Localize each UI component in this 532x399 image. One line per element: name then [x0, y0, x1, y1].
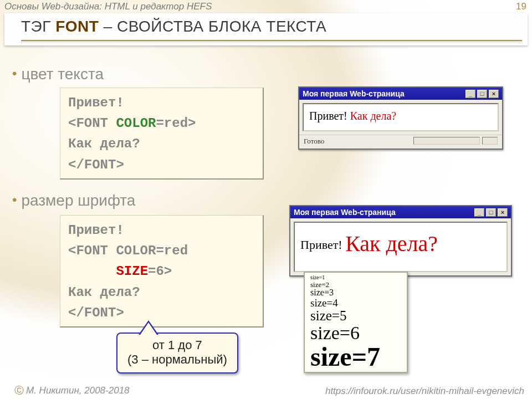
mini1-titlebar: Моя первая Web-страница _ □ × — [299, 88, 502, 100]
mini1-text-black: Привет! — [309, 110, 350, 122]
callout-note: от 1 до 7 (3 – нормальный) — [116, 332, 238, 374]
minimize-icon[interactable]: _ — [466, 90, 475, 98]
copyright-icon: Ⓒ — [14, 385, 26, 396]
slide: Основы Web-дизайна: HTML и редактор HEFS… — [0, 0, 532, 399]
content-area: •цвет текста Привет! <FONT COLOR=red> Ка… — [0, 55, 532, 382]
title-tag: FONT — [55, 18, 99, 35]
mini2-titlebar: Моя первая Web-страница _ □ × — [290, 206, 511, 218]
footer-author-text: М. Никитин, 2008-2018 — [26, 385, 130, 396]
maximize-icon[interactable]: □ — [477, 90, 487, 98]
mini2-body: Привет! Как дела? — [294, 222, 508, 272]
size-2: size=2 — [310, 281, 401, 289]
code1-l2c: =red> — [156, 116, 196, 131]
size-6: size=6 — [310, 323, 401, 343]
mini1-statusbar: Готово — [299, 135, 502, 149]
code-block-color: Привет! <FONT COLOR=red> Как дела? </FON… — [60, 88, 264, 180]
bullet-dot-icon: • — [12, 192, 21, 207]
bullet-dot-icon: • — [12, 66, 21, 81]
callout-line1: от 1 до 7 — [127, 338, 227, 352]
callout-line2: (3 – нормальный) — [127, 352, 227, 367]
mini1-title: Моя первая Web-страница — [303, 89, 405, 98]
mini2-controls: _ □ × — [474, 208, 508, 217]
code2-l1: Привет! — [68, 223, 124, 238]
title-underline — [21, 40, 522, 41]
mini1-status-text: Готово — [304, 137, 324, 146]
size-3: size=3 — [310, 288, 401, 298]
size-1: size=1 — [310, 275, 401, 281]
code2-l3c: =6> — [148, 264, 172, 279]
mini2-text-red: Как дела? — [345, 231, 438, 256]
breadcrumb: Основы Web-дизайна: HTML и редактор HEFS — [4, 1, 212, 12]
close-icon[interactable]: × — [489, 90, 499, 98]
title-pre: ТЭГ — [21, 18, 55, 35]
code1-l2b: COLOR — [116, 116, 156, 131]
status-fill-icon — [413, 137, 480, 145]
status-fill-icon — [482, 137, 498, 145]
code-block-size: Привет! <FONT COLOR=red SIZE=6> Как дела… — [60, 215, 264, 328]
footer-url: https://infourok.ru/user/nikitin-mihail-… — [325, 386, 524, 397]
footer-author: ⒸМ. Никитин, 2008-2018 — [14, 384, 130, 397]
code2-l3b: SIZE — [116, 264, 148, 279]
code2-l5: </FONT> — [68, 305, 124, 320]
code1-l2a: <FONT — [68, 116, 116, 131]
mini1-body: Привет! Как дела? — [303, 103, 499, 131]
code2-l3a — [68, 264, 116, 279]
title-underline-shadow — [21, 42, 522, 42]
mini1-text-red: Как дела? — [350, 110, 396, 122]
size-5: size=5 — [310, 309, 401, 323]
mini2-text-black: Привет! — [300, 238, 345, 252]
slide-title: ТЭГ FONT – СВОЙСТВА БЛОКА ТЕКСТА — [21, 18, 522, 35]
code1-l4: </FONT> — [68, 157, 124, 172]
code2-l4: Как дела? — [68, 285, 140, 300]
code1-l3: Как дела? — [68, 136, 140, 151]
mini-browser-1: Моя первая Web-страница _ □ × Привет! Ка… — [298, 86, 503, 150]
bullet-size: •размер шрифта — [12, 192, 135, 209]
mini1-controls: _ □ × — [466, 90, 499, 98]
page-number: 19 — [516, 1, 526, 12]
title-bar: ТЭГ FONT – СВОЙСТВА БЛОКА ТЕКСТА — [4, 13, 528, 45]
title-post: – СВОЙСТВА БЛОКА ТЕКСТА — [99, 18, 326, 35]
close-icon[interactable]: × — [498, 208, 508, 217]
mini-browser-2: Моя первая Web-страница _ □ × Привет! Ка… — [289, 205, 512, 277]
maximize-icon[interactable]: □ — [486, 208, 496, 217]
size-4: size=4 — [310, 298, 401, 309]
bullet-color: •цвет текста — [12, 65, 104, 83]
code2-l2: <FONT COLOR=red — [68, 243, 188, 258]
code1-l1: Привет! — [68, 95, 124, 110]
bullet-size-label: размер шрифта — [21, 192, 135, 209]
mini2-title: Моя первая Web-страница — [294, 208, 396, 217]
bullet-color-label: цвет текста — [21, 65, 104, 83]
sizes-showcase: size=1 size=2 size=3 size=4 size=5 size=… — [304, 272, 408, 373]
callout-tail-icon — [139, 320, 158, 335]
size-7: size=7 — [310, 343, 401, 371]
minimize-icon[interactable]: _ — [474, 208, 484, 217]
